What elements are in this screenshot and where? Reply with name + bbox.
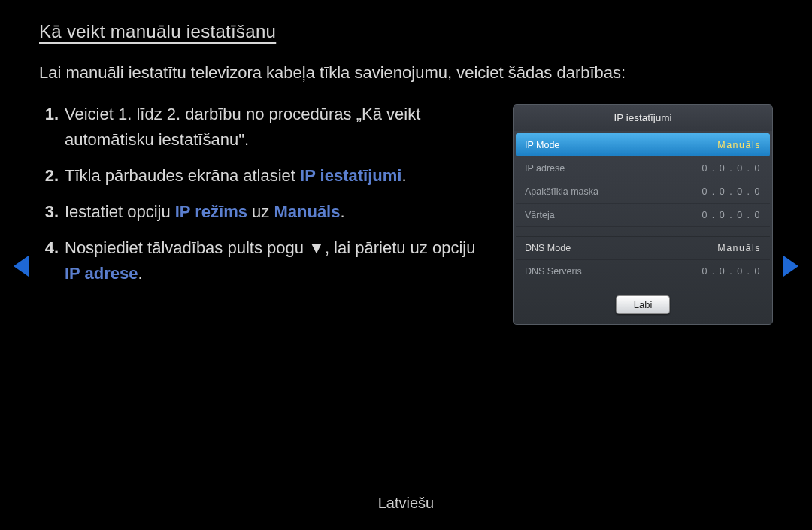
step-4: 4. Nospiediet tālvadības pults pogu ▼, l… [39, 235, 490, 286]
row-subnet-mask[interactable]: Apakštīkla maska 0 . 0 . 0 . 0 [516, 180, 770, 204]
row-value: Manuāls [717, 140, 761, 150]
page-title: Kā veikt manuālu iestatīšanu [39, 21, 773, 42]
row-value: Manuāls [717, 243, 761, 253]
step-2: 2. Tīkla pārbaudes ekrāna atlasiet IP ie… [39, 163, 490, 189]
row-ip-mode[interactable]: IP Mode Manuāls [516, 133, 770, 156]
highlight-ip-settings: IP iestatījumi [300, 166, 401, 185]
step-body: Tīkla pārbaudes ekrāna atlasiet IP iesta… [65, 163, 490, 189]
highlight-ip-mode: IP režīms [175, 202, 247, 221]
row-dns-mode[interactable]: DNS Mode Manuāls [516, 237, 770, 260]
step-1: 1. Veiciet 1. līdz 2. darbību no procedū… [39, 101, 490, 153]
step-3: 3. Iestatiet opciju IP režīms uz Manuāls… [39, 199, 490, 225]
text: . [340, 202, 344, 221]
text: , lai pārietu uz opciju [325, 238, 476, 257]
step-number: 3. [39, 199, 65, 225]
ip-settings-panel: IP iestatījumi IP Mode Manuāls IP adrese… [513, 104, 773, 325]
row-label: IP Mode [525, 140, 559, 150]
step-number: 4. [39, 235, 65, 286]
panel-title: IP iestatījumi [514, 105, 772, 131]
row-label: IP adrese [525, 163, 565, 174]
language-label: Latviešu [0, 495, 812, 512]
row-value: 0 . 0 . 0 . 0 [701, 266, 761, 277]
row-label: DNS Serveris [525, 266, 582, 277]
highlight-manual: Manuāls [274, 202, 340, 221]
highlight-ip-address: IP adrese [65, 264, 138, 283]
nav-left-icon[interactable] [14, 256, 29, 277]
row-dns-server[interactable]: DNS Serveris 0 . 0 . 0 . 0 [516, 260, 770, 283]
intro-text: Lai manuāli iestatītu televizora kabeļa … [39, 60, 773, 85]
step-body: Nospiediet tālvadības pults pogu ▼, lai … [65, 235, 490, 286]
text: Nospiediet tālvadības pults pogu [65, 238, 308, 257]
nav-right-icon[interactable] [783, 256, 798, 277]
row-value: 0 . 0 . 0 . 0 [701, 186, 761, 197]
row-ip-address[interactable]: IP adrese 0 . 0 . 0 . 0 [516, 157, 770, 180]
step-number: 2. [39, 163, 65, 189]
step-body: Veiciet 1. līdz 2. darbību no procedūras… [65, 101, 490, 153]
row-value: 0 . 0 . 0 . 0 [701, 210, 761, 220]
text: uz [247, 202, 274, 221]
step-body: Iestatiet opciju IP režīms uz Manuāls. [65, 199, 490, 225]
text: Iestatiet opciju [65, 202, 175, 221]
steps-list: 1. Veiciet 1. līdz 2. darbību no procedū… [39, 101, 490, 325]
ok-button[interactable]: Labi [616, 295, 670, 314]
row-value: 0 . 0 . 0 . 0 [701, 163, 761, 174]
step-number: 1. [39, 101, 65, 153]
row-label: Vārteja [525, 210, 555, 220]
text: . [401, 166, 406, 185]
row-gateway[interactable]: Vārteja 0 . 0 . 0 . 0 [516, 204, 770, 227]
text: . [138, 264, 142, 283]
row-label: DNS Mode [525, 243, 571, 253]
text: Tīkla pārbaudes ekrāna atlasiet [65, 166, 300, 185]
separator [516, 227, 770, 237]
down-arrow-icon: ▼ [308, 235, 325, 261]
row-label: Apakštīkla maska [525, 186, 598, 197]
